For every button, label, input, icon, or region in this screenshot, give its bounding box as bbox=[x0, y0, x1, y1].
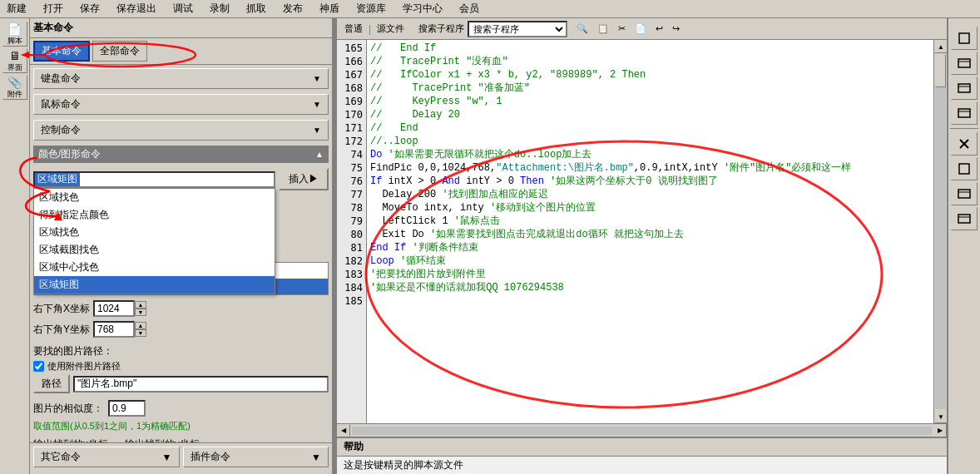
dropdown-item-2[interactable]: 区域找色 bbox=[34, 224, 275, 241]
y-spin-down[interactable]: ▼ bbox=[135, 329, 146, 337]
tab-source-file[interactable]: 源文件 bbox=[373, 21, 408, 37]
x-spin-up[interactable]: ▲ bbox=[135, 301, 146, 309]
command-dropdown[interactable]: 区域矩图 区域找色 得到指定点颜色 区域找色 区域截图找色 区域中心找色 区域矩… bbox=[33, 171, 275, 188]
toolbar-copy-icon[interactable]: 📋 bbox=[593, 22, 613, 36]
attachment-icon[interactable]: 📎 附件 bbox=[2, 75, 27, 100]
toolbar-cut-icon[interactable]: ✂ bbox=[614, 22, 630, 36]
svg-rect-1 bbox=[958, 59, 970, 67]
x-spin-down[interactable]: ▼ bbox=[135, 309, 146, 316]
far-right-btn-5[interactable] bbox=[951, 157, 978, 180]
keyboard-cmd-btn[interactable]: 键盘命令 ▼ bbox=[33, 68, 329, 89]
code-editor[interactable]: // End If // TracePrint "没有血" // IfColor… bbox=[367, 40, 933, 423]
code-line-172: //..loop bbox=[370, 135, 930, 148]
code-line-77: Delay 200 '找到图加点相应的延迟 bbox=[370, 188, 930, 201]
far-right-btn-3[interactable] bbox=[951, 101, 978, 125]
tab-basic-commands[interactable]: 基本命令 bbox=[33, 41, 90, 62]
far-right-btn-6[interactable] bbox=[951, 182, 978, 205]
control-arrow-icon: ▼ bbox=[313, 126, 321, 135]
dropdown-box[interactable]: 区域矩图 bbox=[33, 171, 275, 188]
dropdown-item-1[interactable]: 得到指定点颜色 bbox=[34, 206, 275, 224]
plugin-cmd-btn[interactable]: 插件命令 ▼ bbox=[183, 447, 329, 467]
dropdown-item-0[interactable]: 区域找色 bbox=[34, 189, 275, 206]
code-line-170: // Delay 20 bbox=[370, 108, 930, 121]
use-attachment-checkbox[interactable] bbox=[33, 361, 44, 372]
far-right-panel: 脚本 bbox=[947, 18, 980, 474]
subroutine-select[interactable]: 搜索子程序 bbox=[468, 21, 567, 37]
browse-button[interactable]: 路径 bbox=[33, 374, 70, 393]
far-right-btn-1[interactable] bbox=[951, 52, 978, 75]
y-spin-up[interactable]: ▲ bbox=[135, 322, 146, 329]
code-line-167: // IfColor x1 + x3 * b, y2, "898989", 2 … bbox=[370, 68, 930, 81]
similarity-input[interactable] bbox=[108, 400, 146, 417]
left-icon-strip: 📄 脚本 🖥 界面 📎 附件 bbox=[0, 18, 30, 474]
code-line-184: '如果还是不懂的话就加我QQ 1076294538 bbox=[370, 281, 930, 294]
tab-all-commands[interactable]: 全部命令 bbox=[92, 41, 147, 62]
other-cmd-btn[interactable]: 其它命令 ▼ bbox=[33, 447, 180, 467]
toolbar-find-icon[interactable]: 🔍 bbox=[572, 22, 592, 36]
left-panel: 基本命令 基本命令 全部命令 键盘命令 ▼ 鼠标命令 ▼ bbox=[30, 18, 334, 474]
horizontal-scrollbar[interactable]: ◀ ▶ bbox=[337, 423, 947, 437]
scroll-up-btn[interactable]: ▲ bbox=[934, 40, 947, 53]
menu-publish[interactable]: 发布 bbox=[280, 1, 306, 17]
svg-rect-9 bbox=[959, 164, 969, 174]
code-line-165: // End If bbox=[370, 42, 930, 55]
right-toolbar: 普通 | 源文件 搜索子程序 搜索子程序 🔍 📋 ✂ 📄 ↩ bbox=[337, 18, 947, 40]
scroll-right-btn[interactable]: ▶ bbox=[933, 424, 947, 437]
far-right-btn-7[interactable] bbox=[951, 207, 978, 230]
menu-record[interactable]: 录制 bbox=[206, 1, 233, 17]
interface-icon[interactable]: 🖥 界面 bbox=[2, 48, 27, 73]
menu-member[interactable]: 会员 bbox=[456, 1, 483, 17]
menu-save[interactable]: 保存 bbox=[77, 1, 103, 17]
menu-shield[interactable]: 神盾 bbox=[316, 1, 343, 17]
toolbar-paste-icon[interactable]: 📄 bbox=[631, 22, 651, 36]
help-text-bar: 这是按键精灵的脚本源文件 bbox=[337, 456, 947, 474]
script-icon[interactable]: 📄 脚本 bbox=[2, 22, 27, 47]
code-line-182: Loop '循环结束 bbox=[370, 254, 930, 268]
image-path-input[interactable] bbox=[73, 376, 329, 393]
toolbar-undo-icon[interactable]: ↩ bbox=[651, 22, 667, 36]
far-right-btn-4[interactable] bbox=[951, 132, 978, 156]
scroll-down-btn[interactable]: ▼ bbox=[934, 410, 947, 423]
vertical-scrollbar[interactable]: ▲ ▼ bbox=[933, 40, 947, 423]
control-cmd-btn[interactable]: 控制命令 ▼ bbox=[33, 120, 329, 141]
subroutine-label: 搜索子程序 bbox=[418, 22, 464, 35]
code-line-78: MoveTo intx, inty '移动到这个图片的位置 bbox=[370, 201, 930, 215]
code-line-79: LeftClick 1 '鼠标点击 bbox=[370, 215, 930, 228]
mouse-cmd-btn[interactable]: 鼠标命令 ▼ bbox=[33, 94, 329, 115]
scroll-thumb[interactable] bbox=[935, 54, 946, 87]
dropdown-list: 区域找色 得到指定点颜色 区域找色 区域截图找色 区域中心找色 区域矩图 bbox=[33, 188, 275, 294]
svg-rect-5 bbox=[958, 109, 970, 117]
dropdown-item-5[interactable]: 区域矩图 bbox=[34, 276, 275, 294]
color-shape-arrow-icon[interactable]: ▲ bbox=[315, 150, 324, 159]
scroll-left-btn[interactable]: ◀ bbox=[337, 424, 350, 437]
dropdown-item-4[interactable]: 区域中心找色 bbox=[34, 259, 275, 276]
svg-rect-3 bbox=[958, 84, 970, 92]
image-path-label: 要找的图片路径： bbox=[33, 345, 113, 357]
menu-debug[interactable]: 调试 bbox=[170, 1, 196, 17]
code-line-169: // KeyPress "w", 1 bbox=[370, 95, 930, 108]
color-shape-header: 颜色/图形命令 ▲ bbox=[33, 146, 329, 163]
code-line-74: Do '如果需要无限循环就把这个do..loop加上去 bbox=[370, 148, 930, 161]
far-right-divider bbox=[950, 128, 978, 129]
far-right-btn-2[interactable] bbox=[951, 77, 978, 100]
svg-rect-0 bbox=[959, 33, 969, 43]
menu-new[interactable]: 新建 bbox=[3, 1, 30, 17]
dropdown-selected-text: 区域矩图 bbox=[35, 172, 80, 186]
menu-save-exit[interactable]: 保存退出 bbox=[113, 1, 160, 17]
bottom-right-x-input[interactable] bbox=[93, 300, 135, 317]
dropdown-item-3[interactable]: 区域截图找色 bbox=[34, 241, 275, 259]
far-right-btn-0[interactable] bbox=[951, 27, 978, 50]
menu-learn[interactable]: 学习中心 bbox=[399, 1, 446, 17]
toolbar-redo-icon[interactable]: ↪ bbox=[668, 22, 684, 36]
code-line-185 bbox=[370, 294, 930, 308]
tab-normal[interactable]: 普通 bbox=[340, 21, 367, 37]
help-label: 帮助 bbox=[344, 441, 364, 452]
code-line-75: FindPic 0,0,1024,768,"Attachment:\图片名.bm… bbox=[370, 161, 930, 175]
mouse-arrow-icon: ▼ bbox=[313, 100, 321, 109]
menu-open[interactable]: 打开 bbox=[40, 1, 67, 17]
menu-capture[interactable]: 抓取 bbox=[243, 1, 270, 17]
bottom-right-y-input[interactable] bbox=[93, 321, 135, 338]
insert-button[interactable]: 插入▶ bbox=[279, 168, 329, 190]
other-arrow-icon: ▼ bbox=[162, 452, 172, 463]
menu-resources[interactable]: 资源库 bbox=[353, 1, 389, 17]
